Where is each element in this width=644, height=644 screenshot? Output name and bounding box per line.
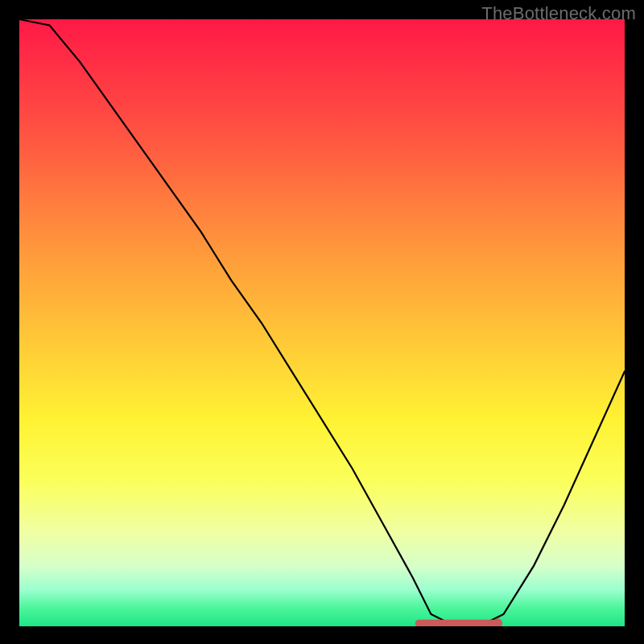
chart-frame: TheBottleneck.com <box>0 0 644 644</box>
bottleneck-curve-path <box>19 19 625 626</box>
curve-layer <box>19 19 625 626</box>
plot-area <box>19 19 625 626</box>
watermark-text: TheBottleneck.com <box>481 3 636 24</box>
